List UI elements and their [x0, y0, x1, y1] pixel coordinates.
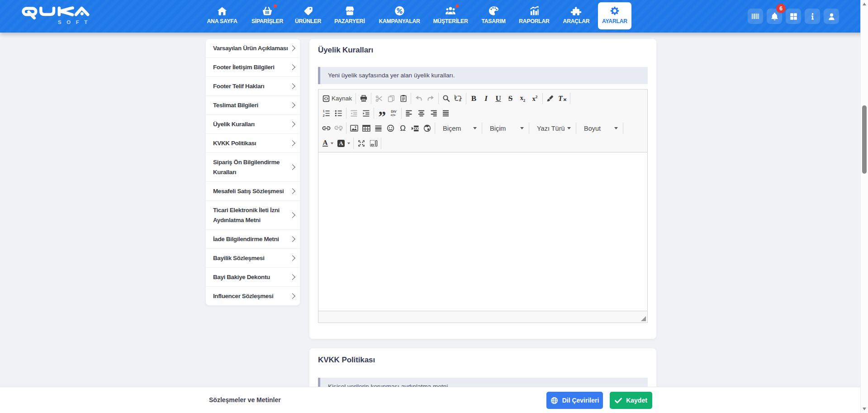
svg-text:2: 2 — [323, 114, 325, 117]
svg-text:</>: </> — [390, 113, 395, 117]
svg-text:SOFT: SOFT — [58, 19, 90, 25]
svg-text:1: 1 — [323, 109, 325, 113]
